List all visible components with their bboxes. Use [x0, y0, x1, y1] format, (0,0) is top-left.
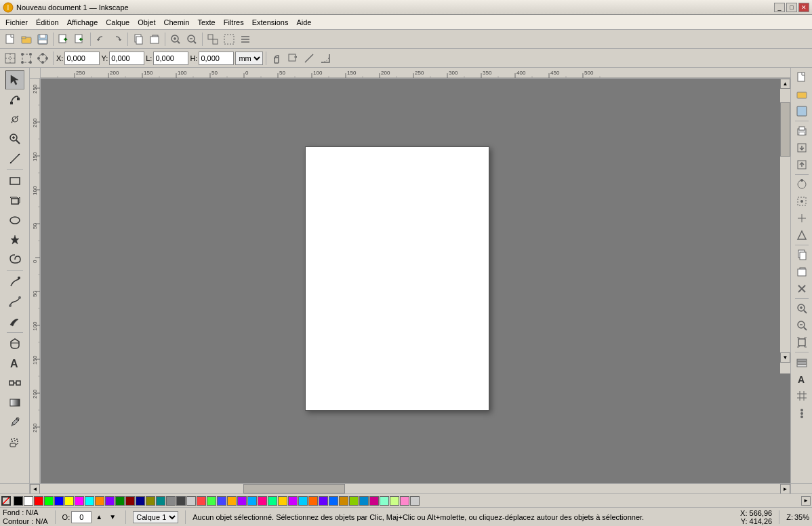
opacity-spin-down[interactable]: ▼: [106, 511, 119, 523]
rt-grid[interactable]: [794, 388, 810, 404]
palette-color-35[interactable]: [369, 496, 379, 506]
zoom-out-button[interactable]: [184, 32, 199, 47]
palette-color-20[interactable]: [217, 496, 226, 506]
palette-color-27[interactable]: [288, 496, 298, 506]
menu-filtres[interactable]: Filtres: [220, 17, 248, 28]
hscroll-thumb[interactable]: [243, 484, 345, 493]
tool-star[interactable]: [5, 230, 24, 249]
tool-rect[interactable]: [5, 171, 24, 190]
rt-more1[interactable]: [794, 405, 810, 421]
tool-measure[interactable]: [5, 149, 24, 168]
palette-color-30[interactable]: [319, 496, 328, 506]
tool-bezier[interactable]: [5, 292, 24, 311]
zoom-in-button[interactable]: [168, 32, 183, 47]
palette-color-37[interactable]: [390, 496, 399, 506]
menu-aide[interactable]: Aide: [292, 17, 315, 28]
vscroll-up-button[interactable]: ▲: [780, 79, 790, 89]
tool-tweak[interactable]: [5, 110, 24, 129]
tool-spray[interactable]: [5, 432, 24, 451]
rt-snap3[interactable]: [794, 210, 810, 226]
palette-color-25[interactable]: [268, 496, 277, 506]
rt-zoom-in[interactable]: [794, 300, 810, 317]
save-button[interactable]: [35, 32, 50, 47]
tool-pencil[interactable]: [5, 272, 24, 291]
palette-color-8[interactable]: [95, 496, 104, 506]
palette-color-9[interactable]: [105, 496, 115, 506]
palette-color-11[interactable]: [125, 496, 135, 506]
close-button[interactable]: ✕: [798, 3, 809, 12]
palette-color-0[interactable]: [14, 496, 23, 506]
rt-export[interactable]: [794, 157, 810, 173]
palette-color-5[interactable]: [64, 496, 74, 506]
tool-spiral[interactable]: [5, 250, 24, 269]
palette-color-21[interactable]: [227, 496, 237, 506]
rt-zoom-fit[interactable]: [794, 334, 810, 350]
measure-tool-button[interactable]: [302, 51, 317, 66]
maximize-button[interactable]: □: [786, 3, 797, 12]
open-button[interactable]: [19, 32, 34, 47]
x-input[interactable]: [64, 52, 100, 65]
palette-color-2[interactable]: [34, 496, 43, 506]
rt-snap4[interactable]: [794, 227, 810, 243]
menu-calque[interactable]: Calque: [102, 17, 134, 28]
palette-color-38[interactable]: [400, 496, 409, 506]
palette-color-18[interactable]: [197, 496, 206, 506]
tool-dropper[interactable]: [5, 413, 24, 432]
palette-color-31[interactable]: [329, 496, 338, 506]
palette-color-24[interactable]: [258, 496, 267, 506]
menu-texte[interactable]: Texte: [193, 17, 219, 28]
h-input[interactable]: [199, 52, 234, 65]
snap-bbox-button[interactable]: [19, 51, 34, 66]
rt-snap1[interactable]: [794, 176, 810, 193]
palette-color-13[interactable]: [146, 496, 155, 506]
canvas-viewport[interactable]: [41, 79, 779, 472]
vscroll-thumb[interactable]: [780, 102, 790, 157]
copy-button[interactable]: [131, 32, 146, 47]
paste-button[interactable]: [147, 32, 162, 47]
palette-color-1[interactable]: [24, 496, 33, 506]
tool-connector[interactable]: [5, 373, 24, 392]
canvas-area[interactable]: 250 200 150 100 50 0 50 100 150: [30, 68, 790, 483]
rt-import[interactable]: [794, 140, 810, 156]
hscroll-right-button[interactable]: ►: [780, 484, 790, 494]
palette-color-29[interactable]: [308, 496, 318, 506]
align-button[interactable]: [238, 32, 253, 47]
menu-affichage[interactable]: Affichage: [63, 17, 102, 28]
minimize-button[interactable]: _: [774, 3, 785, 12]
palette-color-14[interactable]: [156, 496, 165, 506]
rt-zoom-out[interactable]: [794, 317, 810, 333]
palette-color-32[interactable]: [339, 496, 348, 506]
rt-snap2[interactable]: [794, 193, 810, 209]
palette-color-6[interactable]: [75, 496, 84, 506]
tool-node[interactable]: [5, 90, 24, 109]
menu-chemin[interactable]: Chemin: [159, 17, 193, 28]
rt-paste[interactable]: [794, 264, 810, 280]
palette-color-7[interactable]: [85, 496, 94, 506]
vscroll-down-button[interactable]: ▼: [780, 352, 790, 363]
palette-color-15[interactable]: [166, 496, 176, 506]
rt-save[interactable]: [794, 103, 810, 119]
rt-open[interactable]: [794, 86, 810, 102]
snap-angle-button[interactable]: [318, 51, 333, 66]
tool-3dbox[interactable]: [5, 191, 24, 210]
palette-color-26[interactable]: [278, 496, 287, 506]
palette-color-4[interactable]: [54, 496, 64, 506]
import-button[interactable]: [56, 32, 71, 47]
lock-aspect-button[interactable]: [269, 51, 284, 66]
no-color-swatch[interactable]: [1, 496, 11, 506]
palette-color-39[interactable]: [410, 496, 420, 506]
palette-color-10[interactable]: [115, 496, 125, 506]
tool-zoom[interactable]: [5, 129, 24, 148]
titlebar-controls[interactable]: _ □ ✕: [774, 3, 809, 12]
new-button[interactable]: [3, 32, 18, 47]
opacity-input[interactable]: [71, 511, 92, 523]
group-button[interactable]: [205, 32, 220, 47]
menu-extensions[interactable]: Extensions: [248, 17, 293, 28]
palette-color-12[interactable]: [136, 496, 145, 506]
menu-edition[interactable]: Édition: [32, 17, 63, 28]
palette-scroll-right[interactable]: ►: [801, 496, 811, 506]
rt-print[interactable]: [794, 123, 810, 139]
snap-enable-button[interactable]: [3, 51, 18, 66]
menu-fichier[interactable]: Fichier: [1, 17, 32, 28]
redo-button[interactable]: [110, 32, 125, 47]
